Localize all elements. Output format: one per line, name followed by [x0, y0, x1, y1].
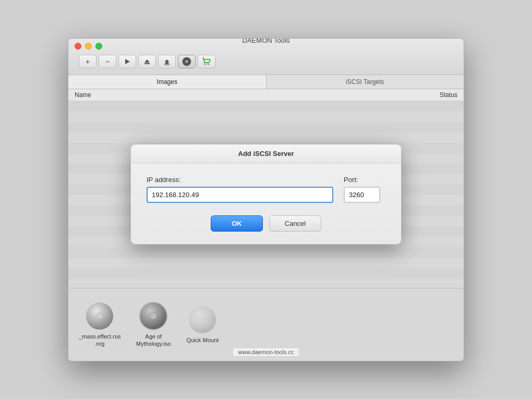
- mount-button[interactable]: [118, 55, 136, 68]
- disc-icon-1: [85, 301, 114, 331]
- port-label: Port:: [344, 176, 385, 184]
- svg-marker-0: [125, 59, 130, 64]
- cancel-button[interactable]: Cancel: [269, 215, 321, 232]
- drive-label-3: Quick Mount: [186, 336, 219, 344]
- close-button[interactable]: [75, 43, 81, 50]
- table-header: Name Status: [68, 89, 464, 101]
- minus-button[interactable]: −: [99, 55, 116, 68]
- svg-point-9: [204, 63, 206, 65]
- svg-point-16: [152, 315, 155, 318]
- traffic-lights: [75, 43, 102, 50]
- svg-rect-5: [164, 65, 170, 65]
- disc-options-button[interactable]: [178, 55, 196, 68]
- port-input[interactable]: [344, 187, 380, 203]
- port-group: Port:: [344, 176, 385, 203]
- svg-marker-1: [144, 59, 150, 63]
- eject-all-button[interactable]: [158, 55, 176, 68]
- svg-rect-2: [144, 63, 150, 64]
- ip-input[interactable]: [147, 187, 333, 203]
- url-bar: www.daemon-tools.cc: [233, 347, 300, 357]
- ok-button[interactable]: OK: [211, 215, 263, 232]
- svg-point-10: [208, 63, 209, 65]
- toolbar: + −: [75, 53, 457, 71]
- drive-mass-effect[interactable]: _mass.effect.rus.nrg: [79, 301, 120, 348]
- drive-label-1: _mass.effect.rus.nrg: [79, 333, 120, 348]
- minimize-button[interactable]: [85, 43, 92, 50]
- col-status: Status: [440, 91, 457, 99]
- maximize-button[interactable]: [95, 43, 102, 50]
- window-title: DAEMON Tools: [243, 38, 290, 44]
- drive-quick-mount[interactable]: Quick Mount: [186, 305, 219, 344]
- form-row: IP address: Port:: [147, 176, 385, 203]
- modal-title: Add iSCSI Server: [131, 144, 401, 163]
- modal-body: IP address: Port: OK Cancel: [131, 163, 401, 244]
- drive-label-2: Age ofMythology.iso: [136, 333, 171, 348]
- eject-one-button[interactable]: [138, 55, 156, 68]
- add-button[interactable]: +: [79, 55, 96, 68]
- cart-button[interactable]: [198, 55, 215, 68]
- tab-iscsi[interactable]: iSCSI Targets: [267, 75, 464, 89]
- bottom-panel: _mass.effect.rus.nrg Age ofMythology.iso: [68, 288, 464, 361]
- quick-mount-icon: [188, 305, 217, 334]
- tab-bar: Images iSCSI Targets: [68, 75, 464, 89]
- col-name: Name: [75, 91, 91, 99]
- ip-group: IP address:: [147, 176, 333, 203]
- content-area: Add iSCSI Server IP address: Port: O: [68, 101, 464, 288]
- svg-point-13: [98, 315, 101, 318]
- disc-icon-2: [139, 301, 168, 331]
- modal-overlay: Add iSCSI Server IP address: Port: O: [68, 101, 464, 288]
- svg-point-19: [201, 318, 204, 321]
- title-bar: DAEMON Tools + −: [68, 39, 464, 75]
- modal-buttons: OK Cancel: [147, 215, 385, 234]
- main-window: DAEMON Tools + −: [68, 38, 464, 361]
- ip-label: IP address:: [147, 176, 333, 184]
- add-iscsi-modal: Add iSCSI Server IP address: Port: O: [130, 144, 402, 245]
- svg-point-8: [186, 61, 188, 62]
- drive-age-mythology[interactable]: Age ofMythology.iso: [136, 301, 171, 348]
- tab-images[interactable]: Images: [68, 75, 267, 89]
